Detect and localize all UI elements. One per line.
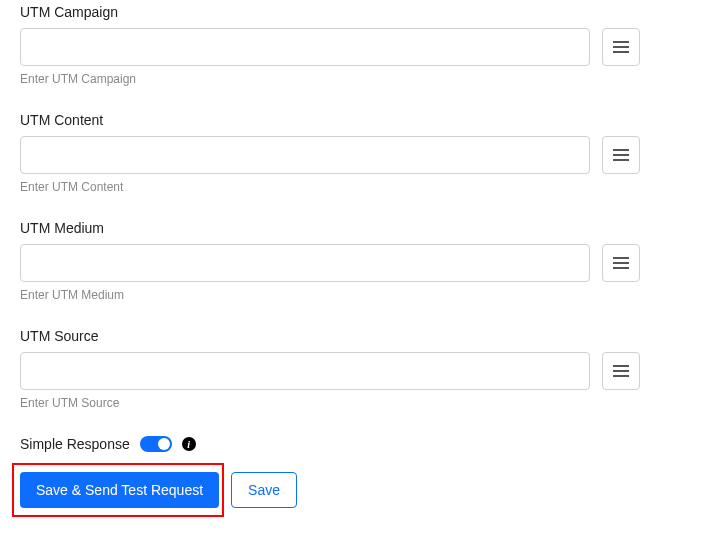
svg-rect-1 xyxy=(613,46,629,48)
helper-utm-campaign: Enter UTM Campaign xyxy=(20,72,706,86)
toggle-knob xyxy=(158,438,170,450)
svg-rect-8 xyxy=(613,267,629,269)
input-row-utm-medium xyxy=(20,244,706,282)
input-row-utm-source xyxy=(20,352,706,390)
menu-icon xyxy=(613,148,629,162)
svg-rect-11 xyxy=(613,375,629,377)
menu-button-utm-source[interactable] xyxy=(602,352,640,390)
svg-rect-10 xyxy=(613,370,629,372)
field-group-utm-content: UTM Content Enter UTM Content xyxy=(20,112,706,194)
svg-rect-7 xyxy=(613,262,629,264)
svg-rect-3 xyxy=(613,149,629,151)
save-button[interactable]: Save xyxy=(231,472,297,508)
field-group-utm-source: UTM Source Enter UTM Source xyxy=(20,328,706,410)
helper-utm-content: Enter UTM Content xyxy=(20,180,706,194)
menu-button-utm-content[interactable] xyxy=(602,136,640,174)
svg-rect-2 xyxy=(613,51,629,53)
field-group-utm-campaign: UTM Campaign Enter UTM Campaign xyxy=(20,4,706,86)
simple-response-label: Simple Response xyxy=(20,436,130,452)
simple-response-toggle[interactable] xyxy=(140,436,172,452)
menu-button-utm-medium[interactable] xyxy=(602,244,640,282)
menu-icon xyxy=(613,364,629,378)
label-utm-medium: UTM Medium xyxy=(20,220,706,236)
save-send-test-button[interactable]: Save & Send Test Request xyxy=(20,472,219,508)
svg-rect-6 xyxy=(613,257,629,259)
menu-button-utm-campaign[interactable] xyxy=(602,28,640,66)
label-utm-campaign: UTM Campaign xyxy=(20,4,706,20)
helper-utm-medium: Enter UTM Medium xyxy=(20,288,706,302)
svg-rect-5 xyxy=(613,159,629,161)
input-utm-medium[interactable] xyxy=(20,244,590,282)
info-icon[interactable]: i xyxy=(182,437,196,451)
svg-rect-9 xyxy=(613,365,629,367)
field-group-utm-medium: UTM Medium Enter UTM Medium xyxy=(20,220,706,302)
label-utm-source: UTM Source xyxy=(20,328,706,344)
svg-rect-0 xyxy=(613,41,629,43)
input-row-utm-content xyxy=(20,136,706,174)
simple-response-row: Simple Response i xyxy=(20,436,706,452)
button-row: Save & Send Test Request Save xyxy=(20,472,706,508)
input-row-utm-campaign xyxy=(20,28,706,66)
menu-icon xyxy=(613,256,629,270)
input-utm-content[interactable] xyxy=(20,136,590,174)
label-utm-content: UTM Content xyxy=(20,112,706,128)
input-utm-campaign[interactable] xyxy=(20,28,590,66)
svg-rect-4 xyxy=(613,154,629,156)
input-utm-source[interactable] xyxy=(20,352,590,390)
helper-utm-source: Enter UTM Source xyxy=(20,396,706,410)
menu-icon xyxy=(613,40,629,54)
